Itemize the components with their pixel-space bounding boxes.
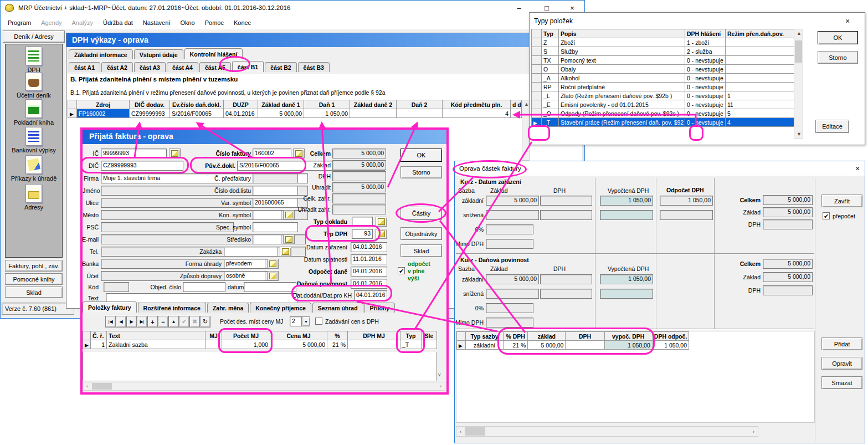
castky-table-row[interactable]: základní 21 % 5 000,00 1 050,00 1 050,00 bbox=[457, 341, 689, 350]
group2-zakladni-zaklad[interactable]: 5 000,00 bbox=[486, 274, 539, 284]
group2-sum-dph[interactable] bbox=[763, 285, 813, 295]
nav-refresh-icon[interactable]: ↻ bbox=[200, 316, 210, 328]
typ-dokladu-field[interactable] bbox=[352, 217, 373, 227]
group2-celkem[interactable]: 5 000,00 bbox=[763, 259, 813, 269]
castky-col-zaklad[interactable]: základ bbox=[528, 332, 566, 341]
group1-zakladni-zaklad[interactable]: 5 000,00 bbox=[486, 196, 539, 206]
subtab-cast-b2[interactable]: část B2 bbox=[265, 62, 296, 72]
typy-close-icon[interactable]: × bbox=[843, 16, 852, 26]
ic-lookup-icon[interactable] bbox=[169, 149, 181, 158]
subtab-cast-a2[interactable]: část A2 bbox=[101, 62, 133, 72]
col-dan-2[interactable]: Daň 2 bbox=[397, 100, 443, 109]
objed-cislo-field[interactable] bbox=[183, 282, 225, 292]
decimals-select[interactable]: 2 bbox=[290, 316, 302, 326]
sklad-button[interactable]: Sklad bbox=[400, 244, 442, 257]
items-col-typ[interactable]: Typ bbox=[400, 331, 422, 340]
menu-konec[interactable]: Konec bbox=[229, 17, 256, 28]
menu-agendy[interactable]: Agendy bbox=[36, 17, 66, 28]
zaklad-field[interactable]: 5 000,00 bbox=[332, 160, 386, 170]
nav-cancel-icon[interactable]: ✖ bbox=[189, 316, 200, 328]
tab-zahr-mena[interactable]: Zahr. měna bbox=[207, 303, 249, 313]
subtab-cast-b3[interactable]: část B3 bbox=[298, 62, 330, 72]
items-col-cena-mj[interactable]: Cena MJ bbox=[270, 331, 327, 340]
typy-col-rezim[interactable]: Režim přen.daň.pov. bbox=[726, 29, 794, 38]
sidebar-item-adresy[interactable]: Adresy bbox=[6, 184, 62, 211]
sidebar-item-bankovni-vypisy[interactable]: Bankovní výpisy bbox=[6, 127, 62, 154]
sidebar-footer-pomocne-knihy[interactable]: Pomocné knihy bbox=[5, 273, 63, 285]
items-row[interactable]: 1 Zakladni sazba 1,000 5 000,00 21 % _T bbox=[83, 340, 437, 349]
nav-delete-icon[interactable]: − bbox=[158, 316, 168, 328]
group2-sum-zaklad[interactable]: 5 000,00 bbox=[763, 272, 813, 282]
dic-field[interactable]: CZ99999993 bbox=[101, 161, 183, 171]
tab-zakladni-informace[interactable]: Základní informace bbox=[69, 49, 133, 59]
typy-row[interactable]: _TStavební práce (Režim přenesení daň. p… bbox=[532, 118, 794, 127]
group1-zakladni-vypoctena[interactable]: 1 050,00 bbox=[600, 196, 653, 206]
odpocet-checkbox[interactable]: ✔ bbox=[398, 267, 405, 274]
items-vscroll-down-icon[interactable]: ∨ bbox=[438, 372, 441, 377]
typy-row[interactable]: RPRoční předplatné0 - nevstupuje bbox=[532, 83, 794, 91]
sidebar-header-denik-adresy[interactable]: Deník / Adresy bbox=[3, 30, 65, 43]
items-col-mj[interactable]: MJ bbox=[206, 331, 222, 340]
group2-zakladni-vypoctena[interactable]: 1 050,00 bbox=[600, 274, 653, 284]
opravit-button[interactable]: Opravit bbox=[821, 357, 862, 370]
subtab-cast-b1[interactable]: část B1 bbox=[232, 61, 264, 72]
castky-col-typ-sazby[interactable]: Typ sazby bbox=[466, 332, 504, 341]
typy-col-typ[interactable]: Typ bbox=[542, 29, 559, 38]
tab-seznam-uhrad[interactable]: Seznam úhrad bbox=[312, 303, 363, 313]
sidebar-item-pokladni-kniha[interactable]: Pokladní kniha bbox=[6, 99, 62, 126]
uhradit-zahr-field[interactable] bbox=[332, 204, 386, 214]
typy-ok-button[interactable]: OK bbox=[818, 31, 858, 44]
typy-row[interactable]: TXPomocný text0 - nevstupuje bbox=[532, 56, 794, 65]
items-col-sle[interactable]: Sle bbox=[422, 331, 437, 340]
items-col-dph-mj[interactable]: DPH MJ bbox=[348, 331, 400, 340]
nav-last-icon[interactable]: ▶| bbox=[137, 316, 147, 328]
datum-zarazeni-field[interactable]: 04.01.2016 bbox=[351, 242, 387, 252]
col-duzp[interactable]: DUZP bbox=[224, 100, 258, 109]
kod-field[interactable] bbox=[104, 282, 129, 292]
sidebar-item-dph[interactable]: DPH bbox=[6, 47, 62, 73]
group1-0-zaklad[interactable] bbox=[486, 224, 533, 234]
group1-snizena-dph[interactable] bbox=[540, 210, 592, 220]
group1-snizena-odpocet[interactable] bbox=[660, 210, 713, 220]
group2-mimo-zaklad[interactable] bbox=[486, 318, 533, 328]
group1-snizena-zaklad[interactable] bbox=[486, 210, 539, 220]
typ-dph-lookup-icon[interactable] bbox=[376, 229, 387, 239]
sidebar-item-ucetni-denik[interactable]: Účetní deník bbox=[6, 72, 62, 99]
zavrit-button[interactable]: Zavřít bbox=[821, 195, 862, 207]
castky-close-icon[interactable]: × bbox=[852, 163, 862, 173]
typy-editace-button[interactable]: Editace bbox=[815, 120, 849, 133]
dph-field[interactable] bbox=[332, 171, 386, 181]
group1-sum-dph[interactable] bbox=[763, 219, 813, 229]
typy-vscroll[interactable]: ▲ ▼ bbox=[794, 29, 803, 139]
cell-zdroj[interactable]: FP160002 bbox=[77, 109, 130, 118]
castky-hscroll[interactable]: ‹ › bbox=[456, 426, 758, 437]
items-hscroll[interactable]: ‹ › bbox=[83, 382, 445, 391]
col-zaklad-dane-1[interactable]: Základ daně 1 bbox=[258, 100, 304, 109]
group1-zakladni-odpocet[interactable]: 1 050,00 bbox=[660, 196, 713, 206]
typy-row[interactable]: _LZlato (Režim přenesení daňové pov. $92… bbox=[532, 91, 794, 100]
col-ev-cislo[interactable]: Ev.číslo daň.dokl. bbox=[170, 100, 224, 109]
typy-row[interactable]: _AAlkohol0 - nevstupuje bbox=[532, 74, 794, 83]
invoice-ok-button[interactable]: OK bbox=[400, 149, 442, 162]
castky-button[interactable]: Částky bbox=[400, 207, 442, 220]
tab-konecny-prijemce[interactable]: Konečný příjemce bbox=[250, 303, 311, 313]
col-kod-predmetu[interactable]: Kód předmětu pln. bbox=[443, 100, 511, 109]
col-dic-dodav[interactable]: DIČ dodav. bbox=[130, 100, 170, 109]
nav-prior-icon[interactable]: ◀ bbox=[116, 316, 126, 328]
odpocet-dane-field[interactable]: 04.01.2016 bbox=[351, 267, 387, 277]
sidebar-item-prikazy-k-uhrade[interactable]: Příkazy k úhradě bbox=[6, 155, 62, 182]
group2-snizena-zaklad[interactable] bbox=[486, 289, 539, 299]
nav-edit-icon[interactable]: ▲ bbox=[168, 316, 179, 328]
col-zaklad-dane-2[interactable]: Základ daně 2 bbox=[350, 100, 397, 109]
sidebar-footer-faktury[interactable]: Faktury, pohl., záv. bbox=[5, 260, 63, 272]
col-dd[interactable]: d d. bbox=[511, 100, 522, 109]
typy-col-popis[interactable]: Popis bbox=[559, 29, 685, 38]
items-col-text[interactable]: Text bbox=[107, 331, 206, 340]
typy-row[interactable]: ZZboží1 - zboží bbox=[532, 38, 794, 47]
typy-col-dph-hlaseni[interactable]: DPH hlášení bbox=[685, 29, 726, 38]
dat-dodani-field[interactable]: 04.01.2016 bbox=[354, 290, 387, 300]
subtab-cast-a3[interactable]: část A3 bbox=[134, 62, 166, 72]
uhradit-field[interactable]: 5 000,00 bbox=[332, 182, 386, 192]
group1-sum-zaklad[interactable]: 5 000,00 bbox=[763, 207, 813, 217]
group2-snizena-vypoctena[interactable] bbox=[600, 289, 653, 299]
